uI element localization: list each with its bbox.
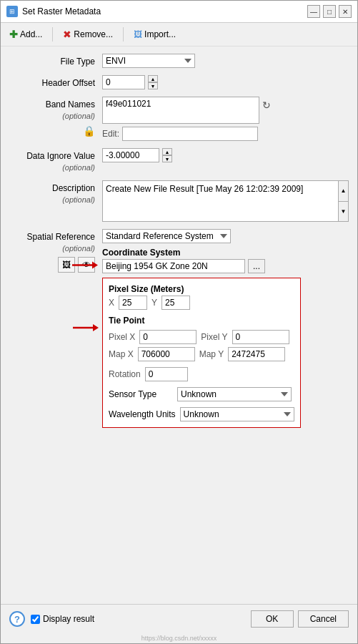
restore-button[interactable]: □ (323, 5, 336, 18)
add-icon: ✚ (9, 29, 18, 40)
file-type-select[interactable]: ENVI TIFF (102, 54, 195, 68)
svg-marker-1 (92, 262, 98, 269)
description-label: Description (9, 182, 95, 195)
data-ignore-optional: (optional) (9, 162, 95, 173)
header-offset-input[interactable]: 0 (102, 75, 145, 89)
data-ignore-control: -3.00000 ▲ ▼ (102, 148, 349, 162)
svg-marker-3 (93, 324, 99, 331)
pixel-y-tie-input[interactable]: 0 (232, 330, 289, 344)
tie-point-section: Tie Point Pixel X 0 Pixel Y 0 Map X 7060… (109, 316, 294, 361)
rotation-input[interactable]: 0 (145, 367, 188, 381)
coord-system-input[interactable]: Beijing 1954 GK Zone 20N (102, 259, 245, 273)
rotation-label: Rotation (109, 369, 141, 379)
data-ignore-spin-up[interactable]: ▲ (162, 148, 172, 155)
display-result-text: Display result (43, 614, 94, 624)
pixel-size-section: Pixel Size (Meters) X 25 Y 25 (109, 284, 294, 310)
band-names-optional: (optional) (9, 111, 95, 122)
spatial-reference-control: Standard Reference System Arbitrary None… (102, 229, 349, 428)
band-edit-input[interactable] (122, 127, 258, 141)
remove-button[interactable]: ✖ Remove... (60, 27, 116, 42)
band-edit-row: Edit: (102, 127, 258, 141)
arrow-left-to-box (73, 321, 99, 336)
tie-map-row: Map X 706000 Map Y 2472475 (109, 347, 294, 361)
data-ignore-label-col: Data Ignore Value (optional) (9, 148, 102, 173)
title-bar-left: ⊞ Set Raster Metadata (6, 6, 101, 17)
main-window: ⊞ Set Raster Metadata — □ ✕ ✚ Add... ✖ R… (0, 0, 358, 644)
help-button[interactable]: ? (9, 611, 25, 627)
header-offset-label: Header Offset (9, 75, 102, 89)
spatial-reference-label: Spatial Reference (9, 231, 95, 243)
redbox-section: Pixel Size (Meters) X 25 Y 25 Tie Point … (102, 278, 301, 428)
pixel-size-row: X 25 Y 25 (109, 296, 294, 310)
remove-label: Remove... (74, 29, 113, 39)
close-button[interactable]: ✕ (339, 5, 352, 18)
toolbar: ✚ Add... ✖ Remove... 🖼 Import... (1, 23, 357, 47)
file-type-control: ENVI TIFF (102, 54, 349, 68)
spatial-reference-optional: (optional) (9, 243, 95, 254)
minimize-button[interactable]: — (307, 5, 320, 18)
header-offset-control: 0 ▲ ▼ (102, 75, 349, 89)
map-x-label: Map X (109, 349, 134, 359)
display-result-checkbox[interactable] (31, 615, 40, 624)
add-button[interactable]: ✚ Add... (6, 27, 45, 42)
import-label: Import... (144, 29, 176, 39)
pixel-y-input[interactable]: 25 (161, 296, 190, 310)
band-names-label-col: Band Names (optional) 🔒 (9, 97, 102, 139)
data-ignore-row: Data Ignore Value (optional) -3.00000 ▲ … (9, 148, 349, 173)
watermark: https://blog.csdn.net/xxxxx (1, 633, 357, 643)
ok-button[interactable]: OK (251, 610, 294, 628)
pixel-x-tie-input[interactable]: 0 (139, 330, 197, 344)
srs-select[interactable]: Standard Reference System Arbitrary None (102, 229, 231, 243)
desc-scroll-up[interactable]: ▲ (339, 181, 348, 202)
import-button[interactable]: 🖼 Import... (131, 28, 179, 41)
desc-scroll-down[interactable]: ▼ (339, 202, 348, 222)
pixel-x-input[interactable]: 25 (119, 296, 147, 310)
description-textarea[interactable]: Create New File Result [Tue May 26 12:02… (102, 180, 339, 222)
map-y-label: Map Y (199, 349, 224, 359)
data-ignore-spin-down[interactable]: ▼ (162, 155, 172, 162)
coord-system-label: Coordinate System (102, 248, 265, 258)
sensor-type-row: Sensor Type Unknown AVIRIS (109, 387, 294, 401)
wavelength-units-select[interactable]: Unknown Micrometers Nanometers (180, 407, 294, 421)
pixel-size-label: Pixel Size (Meters) (109, 284, 294, 294)
band-names-row: Band Names (optional) 🔒 f49e011021 ↻ Edi… (9, 97, 349, 141)
map-y-input[interactable]: 2472475 (228, 347, 285, 361)
pixel-x-tie-label: Pixel X (109, 332, 135, 342)
header-offset-spinner: ▲ ▼ (148, 75, 158, 89)
toolbar-separator-2 (123, 27, 124, 42)
import-icon: 🖼 (134, 29, 142, 39)
header-offset-spin-down[interactable]: ▼ (148, 82, 158, 89)
add-label: Add... (20, 29, 42, 39)
title-controls: — □ ✕ (307, 5, 352, 18)
bottom-bar: ? Display result OK Cancel (1, 604, 357, 633)
coord-row: Beijing 1954 GK Zone 20N ... (102, 259, 265, 273)
toolbar-separator-1 (52, 27, 53, 42)
coord-system-wrapper: Coordinate System Beijing 1954 GK Zone 2… (102, 248, 265, 273)
data-ignore-input[interactable]: -3.00000 (102, 148, 159, 162)
description-control: Create New File Result [Tue May 26 12:02… (102, 180, 349, 222)
band-names-control: f49e011021 ↻ Edit: (102, 97, 349, 141)
remove-icon: ✖ (63, 29, 71, 40)
window-icon: ⊞ (6, 6, 18, 17)
band-edit-label: Edit: (102, 129, 119, 139)
header-offset-row: Header Offset 0 ▲ ▼ (9, 75, 349, 89)
lock-icon[interactable]: 🔒 (83, 125, 95, 137)
band-names-label: Band Names (9, 99, 95, 111)
bottom-left: ? Display result (9, 611, 94, 627)
header-offset-spin-up[interactable]: ▲ (148, 75, 158, 82)
file-type-label: File Type (9, 54, 102, 68)
data-ignore-spinner: ▲ ▼ (162, 148, 172, 162)
display-result-label[interactable]: Display result (31, 614, 94, 624)
band-names-textarea[interactable]: f49e011021 (102, 97, 259, 124)
coord-browse-button[interactable]: ... (248, 259, 265, 273)
map-x-input[interactable]: 706000 (138, 347, 195, 361)
file-type-row: File Type ENVI TIFF (9, 54, 349, 68)
refresh-icon[interactable]: ↻ (262, 99, 271, 124)
pixel-y-tie-label: Pixel Y (201, 332, 227, 342)
data-ignore-label: Data Ignore Value (9, 150, 95, 162)
wavelength-units-label: Wavelength Units (109, 409, 176, 419)
tie-point-label: Tie Point (109, 316, 294, 326)
description-label-col: Description (optional) (9, 180, 102, 205)
sensor-type-select[interactable]: Unknown AVIRIS (177, 387, 292, 401)
cancel-button[interactable]: Cancel (298, 610, 349, 628)
